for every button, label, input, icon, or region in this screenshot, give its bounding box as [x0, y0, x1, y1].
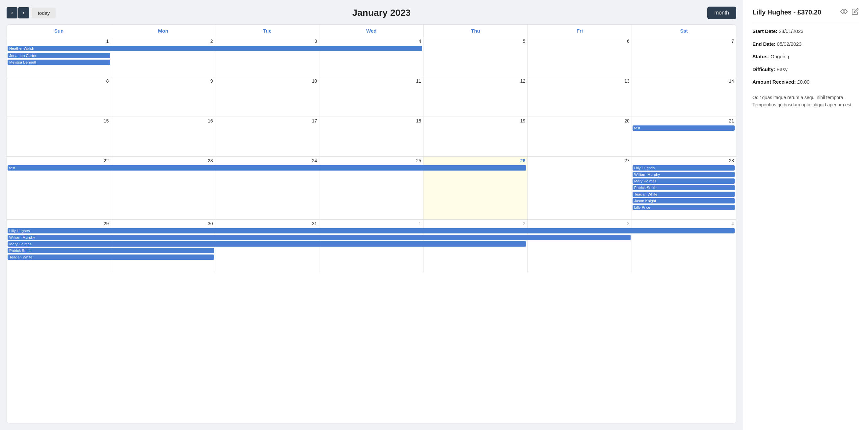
- day-jan-3: 3: [215, 37, 319, 77]
- day-jan-6: 6: [528, 37, 631, 77]
- detail-amount: Amount Received: £0.00: [752, 79, 859, 86]
- event-patrick-smith-28[interactable]: Patrick Smith: [632, 185, 735, 191]
- detail-difficulty: Difficulty: Easy: [752, 66, 859, 73]
- day-jan-10: 10: [215, 77, 319, 117]
- header-row: Sun Mon Tue Wed Thu Fri Sat: [7, 25, 736, 37]
- calendar-body: 1 2 3 4 5: [7, 37, 736, 273]
- status-value: Ongoing: [771, 54, 789, 59]
- event-test-jan21[interactable]: test: [632, 125, 735, 131]
- day-jan-5: 5: [424, 37, 528, 77]
- week-5-cell: 29 30 31 1 2 3 4 Lilly Hughes: [7, 220, 736, 273]
- event-teagan-white-28[interactable]: Teagan White: [632, 192, 735, 197]
- day-num-3: 3: [216, 38, 318, 44]
- day-jan-16: 16: [111, 117, 215, 156]
- day-jan-27: 27: [528, 157, 631, 219]
- detail-end-date: End Date: 05/02/2023: [752, 40, 859, 48]
- event-jason-knight-28[interactable]: Jason Knight: [632, 198, 735, 204]
- week-row-3: 15 16 17 18 19 20 21 test: [7, 117, 736, 157]
- detail-panel: Lilly Hughes - £370.20 Start Date: 28/01…: [743, 0, 868, 430]
- prev-button[interactable]: ‹: [7, 7, 18, 19]
- event-william-murphy-29[interactable]: William Murphy: [7, 235, 630, 241]
- detail-start-date: Start Date: 28/01/2023: [752, 28, 859, 35]
- header-thu: Thu: [424, 25, 528, 37]
- day-jan-9: 9: [111, 77, 215, 117]
- month-title: January 2023: [352, 7, 411, 18]
- difficulty-label: Difficulty:: [752, 66, 775, 72]
- day-jan-20: 20: [528, 117, 631, 156]
- week-row-2: 8 9 10 11 12 13 14: [7, 77, 736, 117]
- day-jan-8: 8: [7, 77, 111, 117]
- day-jan-19: 19: [424, 117, 528, 156]
- detail-icons: [840, 8, 859, 17]
- calendar-wrapper: Sun Mon Tue Wed Thu Fri Sat 1: [7, 24, 736, 423]
- day-jan-21: 21: [632, 117, 736, 156]
- event-lilly-hughes-29[interactable]: Lilly Hughes: [7, 228, 735, 234]
- edit-icon[interactable]: [851, 8, 859, 17]
- day-num-2: 2: [112, 38, 214, 44]
- week-4-cell: 22 23 24 25 26 27 28 test: [7, 157, 736, 220]
- week-row-1: 1 2 3 4 5: [7, 37, 736, 77]
- status-label: Status:: [752, 54, 769, 59]
- header-mon: Mon: [111, 25, 215, 37]
- day-jan-15: 15: [7, 117, 111, 156]
- header-wed: Wed: [319, 25, 424, 37]
- detail-header: Lilly Hughes - £370.20: [752, 8, 859, 22]
- day-jan-7: 7: [632, 37, 736, 77]
- day-jan-11: 11: [319, 77, 424, 117]
- next-button[interactable]: ›: [18, 7, 29, 19]
- day-jan-2: 2: [111, 37, 215, 77]
- event-lilly-price-28[interactable]: Lilly Price: [632, 205, 735, 211]
- week-3-cell: 15 16 17 18 19 20 21 test: [7, 117, 736, 157]
- detail-description: Odit quas itaque rerum a sequi nihil tem…: [752, 94, 859, 109]
- end-date-label: End Date:: [752, 41, 775, 47]
- amount-value: £0.00: [797, 79, 810, 85]
- day-jan-13: 13: [528, 77, 631, 117]
- day-jan-18: 18: [319, 117, 424, 156]
- header-sun: Sun: [7, 25, 111, 37]
- day-jan-4: 4: [319, 37, 424, 77]
- event-jonathan-carter[interactable]: Jonathan Carter: [7, 53, 110, 59]
- detail-status: Status: Ongoing: [752, 53, 859, 61]
- calendar-table: Sun Mon Tue Wed Thu Fri Sat 1: [7, 25, 736, 272]
- start-date-value: 28/01/2023: [779, 28, 803, 34]
- event-patrick-smith-29[interactable]: Patrick Smith: [7, 248, 214, 254]
- event-mary-holmes-29[interactable]: Mary Holmes: [7, 241, 526, 247]
- start-date-label: Start Date:: [752, 28, 777, 34]
- day-jan-14: 14: [632, 77, 736, 117]
- day-jan-17: 17: [215, 117, 319, 156]
- event-lilly-hughes-28[interactable]: Lilly Hughes: [632, 165, 735, 171]
- day-num-4: 4: [320, 38, 423, 44]
- detail-title: Lilly Hughes - £370.20: [752, 8, 821, 16]
- toolbar-left: ‹ › today: [7, 7, 56, 19]
- end-date-value: 05/02/2023: [777, 41, 802, 47]
- event-mary-holmes-28[interactable]: Mary Holmes: [632, 179, 735, 184]
- event-melissa-bennett[interactable]: Melissa Bennett: [7, 60, 110, 65]
- svg-point-0: [843, 10, 845, 12]
- event-test-week4[interactable]: test: [7, 165, 526, 171]
- toolbar: ‹ › today January 2023 month: [7, 7, 736, 19]
- week-row-5: 29 30 31 1 2 3 4 Lilly Hughes: [7, 220, 736, 273]
- header-fri: Fri: [528, 25, 631, 37]
- day-feb-4: 4: [632, 220, 736, 272]
- today-button[interactable]: today: [32, 7, 56, 19]
- day-feb-3: 3: [528, 220, 631, 272]
- header-tue: Tue: [215, 25, 319, 37]
- week-2-cell: 8 9 10 11 12 13 14: [7, 77, 736, 117]
- month-view-button[interactable]: month: [707, 7, 736, 19]
- day-jan-12: 12: [424, 77, 528, 117]
- day-num-5: 5: [424, 38, 527, 44]
- week-row-4: 22 23 24 25 26 27 28 test: [7, 157, 736, 220]
- event-william-murphy-28[interactable]: William Murphy: [632, 172, 735, 178]
- view-icon[interactable]: [840, 8, 847, 17]
- event-teagan-white-29[interactable]: Teagan White: [7, 254, 214, 260]
- day-num-1: 1: [7, 38, 110, 44]
- difficulty-value: Easy: [776, 66, 787, 72]
- day-num-6: 6: [528, 38, 630, 44]
- header-sat: Sat: [632, 25, 736, 37]
- week-1-cell: 1 2 3 4 5: [7, 37, 736, 77]
- nav-btn-group: ‹ ›: [7, 7, 29, 19]
- main-area: ‹ › today January 2023 month Sun Mon Tue…: [0, 0, 743, 430]
- day-num-7: 7: [632, 38, 735, 44]
- event-heather-walsh[interactable]: Heather Walsh: [7, 46, 423, 52]
- amount-label: Amount Received:: [752, 79, 796, 85]
